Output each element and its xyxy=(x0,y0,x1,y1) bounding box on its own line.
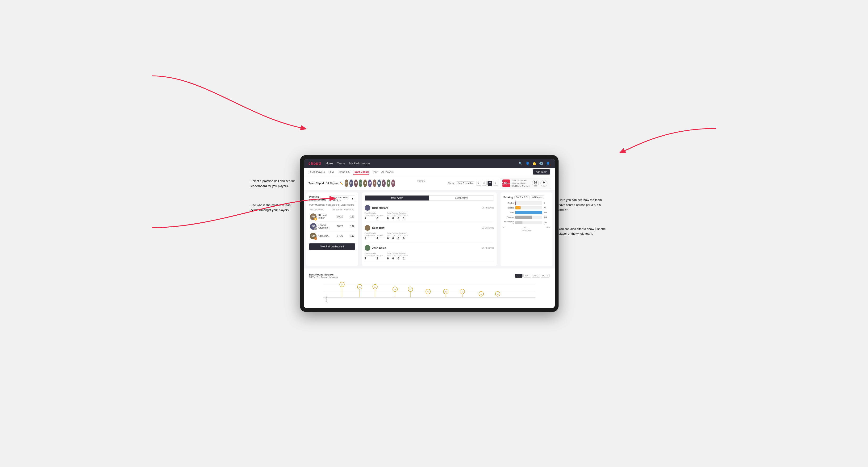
bar-value-bogeys: 311 xyxy=(544,216,550,218)
sub-nav-all-players[interactable]: All Players xyxy=(381,169,394,174)
tab-least-active[interactable]: Least Active xyxy=(429,195,494,200)
filter-app[interactable]: APP xyxy=(523,274,531,278)
logo: clippd xyxy=(309,161,321,165)
sub-nav-tour[interactable]: Tour xyxy=(372,169,377,174)
practice-col-1: Practice 6 xyxy=(376,215,383,220)
tournament-col-2: Tournament 8 xyxy=(365,235,375,240)
avatar[interactable]: S xyxy=(391,180,395,187)
svg-text:6x: 6x xyxy=(359,286,361,288)
nav-home[interactable]: Home xyxy=(326,161,333,166)
leaderboard-header: Practice Leaderboards PUTT Must Make Put… xyxy=(309,195,355,203)
drill-selector[interactable]: PUTT Must Make Putting ... ▼ xyxy=(330,195,355,202)
bar-fill-dbogeys xyxy=(516,221,522,224)
chart-footer: 0 200 400 xyxy=(503,226,550,228)
activity-date-2: 02 Sep 2023 xyxy=(482,227,494,229)
person-icon[interactable]: 👤 xyxy=(526,161,530,165)
nav-icons: 🔍 👤 🔔 ⚙️ 👤 xyxy=(519,161,550,165)
practice-activities-label-2: Total Practice Activities xyxy=(387,232,408,234)
col-headers: PLAYER NAME PB SCORE PB AVG SQ xyxy=(309,209,355,211)
rank-badge-3: 3 xyxy=(314,237,317,240)
activity-card-2: Rees Britt 02 Sep 2023 Total Rounds Tour… xyxy=(365,223,494,242)
player-card-header-1: Blair McHarg 26 Aug 2023 xyxy=(365,205,494,211)
avatar[interactable]: M xyxy=(368,180,372,187)
leaderboard-avatar-2: EC 2 xyxy=(310,223,316,230)
scoring-player-filter[interactable]: All Players xyxy=(531,195,544,199)
leaderboard-row-3[interactable]: CM 3 Cameron... 17/20 103 xyxy=(309,231,355,241)
sub-nav-team-clippd[interactable]: Team Clippd xyxy=(353,169,369,175)
bar-row-pars: Pars 499 xyxy=(503,211,550,214)
practice-activities-group-3: Total Practice Activities OTT 0 APP xyxy=(387,252,408,260)
avatar[interactable]: J xyxy=(363,180,367,187)
avatar-icon[interactable]: 👤 xyxy=(546,161,550,165)
leaderboard-avatar-1: RB 1 xyxy=(310,214,316,220)
grid-sm-view[interactable]: ⊞ xyxy=(476,181,481,186)
grid-view[interactable]: ⊟ xyxy=(482,181,487,186)
streak-header: Best Round Streaks Off The Tee, Fairway … xyxy=(309,273,550,278)
putt-col-2: PUTT 0 xyxy=(403,235,408,240)
leaderboard-row-2[interactable]: EC 2 Edward Crossman 18/20 107 xyxy=(309,222,355,231)
activity-name-1: Blair McHarg xyxy=(372,206,480,209)
avatar[interactable]: R xyxy=(345,180,348,187)
filter-ott[interactable]: OTT xyxy=(515,274,522,278)
players-avatars: R E C B J M A K L T S Players xyxy=(345,180,446,187)
avatar[interactable]: L xyxy=(382,180,385,187)
activity-avatar-1 xyxy=(365,205,370,211)
bar-label-birdies: Birdies xyxy=(503,207,514,209)
avatar[interactable]: T xyxy=(386,180,390,187)
avatar[interactable]: A xyxy=(373,180,376,187)
bell-icon[interactable]: 🔔 xyxy=(532,161,536,165)
score-circle-1: 16 yds xyxy=(532,180,539,187)
avatar[interactable]: B xyxy=(359,180,363,187)
sub-nav-pga[interactable]: PGA xyxy=(329,169,334,174)
edit-team-icon[interactable]: ✏️ xyxy=(340,182,343,185)
bar-fill-birdies xyxy=(516,206,521,210)
filter-view[interactable]: ⇅ xyxy=(493,181,498,186)
list-view[interactable]: ☰ xyxy=(488,181,492,186)
team-title: Team Clippd | 14 Players ✏️ xyxy=(309,182,343,185)
player-avg-2: 107 xyxy=(345,225,354,228)
scoring-header: Scoring Par 3, 4 & 5s All Players xyxy=(503,195,550,199)
annotation-top-left: Select a practice drill and see the lead… xyxy=(250,179,298,189)
practice-activities-label-3: Total Practice Activities xyxy=(387,252,408,254)
ott-col-1: OTT 0 xyxy=(387,215,391,220)
nav-my-performance[interactable]: My Performance xyxy=(349,161,370,166)
avatar[interactable]: E xyxy=(349,180,353,187)
top-nav: clippd Home Teams My Performance 🔍 👤 🔔 ⚙… xyxy=(304,159,555,168)
score-card: 198 yds Shot Dist: 16 yds Start Lie: Rou… xyxy=(500,178,550,189)
settings-icon[interactable]: ⚙️ xyxy=(539,161,543,165)
sub-nav-pgat[interactable]: PGAT Players xyxy=(309,169,325,174)
filter-arg[interactable]: ARG xyxy=(532,274,540,278)
svg-text:4x: 4x xyxy=(461,291,463,293)
view-full-leaderboard-button[interactable]: View Full Leaderboard xyxy=(309,243,355,250)
streak-chart: 7x 6x 6x 5x xyxy=(309,280,550,303)
ott-col-2: OTT 0 xyxy=(387,235,391,240)
nav-teams[interactable]: Teams xyxy=(337,161,345,166)
activity-date-1: 26 Aug 2023 xyxy=(482,207,494,209)
total-rounds-label-2: Total Rounds xyxy=(365,232,383,234)
add-team-button[interactable]: Add Team xyxy=(533,169,550,175)
sub-nav-hcaps[interactable]: Hcaps 1-5 xyxy=(338,169,349,174)
streak-svg: 7x 6x 6x 5x xyxy=(309,280,550,303)
main-content: Practice Leaderboards PUTT Must Make Put… xyxy=(304,190,555,269)
chart-axis-title: Total Shots xyxy=(503,229,550,231)
tab-most-active[interactable]: Most Active xyxy=(365,195,429,200)
filter-putt[interactable]: PUTT xyxy=(541,274,550,278)
scoring-par-filter[interactable]: Par 3, 4 & 5s xyxy=(515,195,530,199)
svg-text:3x: 3x xyxy=(497,293,499,295)
bar-label-dbogeys: D. Bogeys + xyxy=(503,220,514,225)
player-score-1: 19/20 xyxy=(334,215,343,218)
leaderboard-row-1[interactable]: RB 1 Richard Butler 19/20 110 xyxy=(309,212,355,222)
app-col-3: APP 0 xyxy=(392,255,396,260)
bar-label-pars: Pars xyxy=(503,211,514,214)
rank-badge-1: 1 xyxy=(314,218,317,220)
tablet-frame: clippd Home Teams My Performance 🔍 👤 🔔 ⚙… xyxy=(300,155,559,312)
activity-name-2: Rees Britt xyxy=(372,226,480,229)
avatar[interactable]: C xyxy=(354,180,358,187)
annotation-top-right-1: Here you can see how the team have score… xyxy=(559,198,606,212)
svg-text:4x: 4x xyxy=(427,291,429,293)
bar-value-eagles: 3 xyxy=(544,202,550,204)
arg-col-3: ARG 0 xyxy=(398,255,401,260)
show-period-select[interactable]: Last 3 months xyxy=(456,181,474,185)
search-icon[interactable]: 🔍 xyxy=(519,161,523,165)
avatar[interactable]: K xyxy=(377,180,381,187)
